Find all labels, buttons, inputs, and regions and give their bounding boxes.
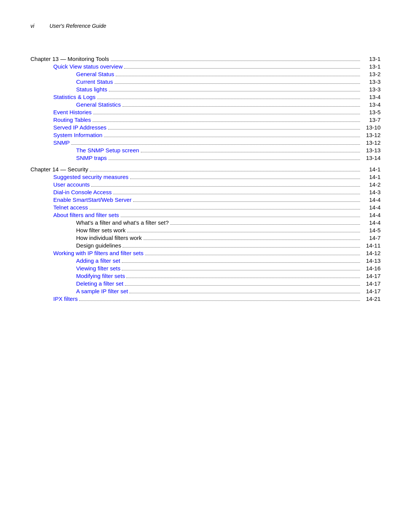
toc-dot-fill [115, 83, 360, 84]
toc-entry: SNMP traps13-14 [30, 155, 381, 161]
toc-entry: A sample IP filter set14-17 [30, 288, 381, 294]
toc-entry-page: 14-4 [362, 212, 381, 218]
toc-entry-label[interactable]: A sample IP filter set [76, 288, 128, 294]
toc-entry-label[interactable]: Viewing filter sets [76, 265, 120, 272]
toc-entry-label[interactable]: General Status [76, 71, 114, 77]
toc-entry: User accounts14-2 [30, 181, 381, 188]
toc-entry-label: Chapter 13 — Monitoring Tools [30, 56, 109, 62]
toc-entry-label[interactable]: Served IP Addresses [53, 124, 107, 131]
toc-entry-page: 14-1 [362, 166, 381, 173]
toc-entry-page: 14-7 [362, 235, 381, 241]
toc-dot-fill [130, 179, 360, 179]
toc-dot-fill [116, 76, 360, 76]
toc-dot-fill [133, 201, 360, 202]
toc-entry-label[interactable]: Event Histories [53, 109, 92, 115]
toc-entry-page: 13-2 [362, 71, 381, 77]
toc-entry-label[interactable]: Dial-in Console Access [53, 189, 112, 195]
toc-entry-label[interactable]: System Information [53, 132, 102, 138]
toc-entry-label[interactable]: About filters and filter sets [53, 212, 119, 218]
toc-dot-fill [129, 293, 360, 293]
toc-entry-label[interactable]: Telnet access [53, 204, 88, 211]
toc-dot-fill [143, 240, 360, 240]
toc-entry-page: 14-12 [362, 250, 381, 256]
toc-entry-label[interactable]: Deleting a filter set [76, 280, 123, 287]
toc-entry-label[interactable]: Working with IP filters and filter sets [53, 250, 143, 256]
toc-entry-page: 13-1 [362, 56, 381, 62]
toc-dot-fill [121, 217, 360, 217]
toc-dot-fill [108, 160, 360, 160]
toc-dot-fill [111, 61, 360, 61]
page-number-vi: vi [30, 23, 42, 29]
toc-entry: Telnet access14-4 [30, 204, 381, 211]
toc-entry-label[interactable]: General Statistics [76, 101, 121, 108]
toc-entry-label[interactable]: SNMP traps [76, 155, 107, 161]
toc-entry-label[interactable]: Modifying filter sets [76, 273, 125, 279]
toc-entry: Status lights13-3 [30, 86, 381, 93]
toc-entry-label[interactable]: Enable SmartStart/Web Server [53, 197, 132, 203]
toc-entry-page: 14-1 [362, 174, 381, 180]
toc-dot-fill [127, 232, 360, 232]
toc-dot-fill [91, 186, 360, 187]
toc-entry-label: How individual filters work [76, 235, 142, 241]
toc-entry-page: 13-7 [362, 117, 381, 123]
toc-entry-page: 13-1 [362, 63, 381, 70]
toc-entry-page: 14-5 [362, 227, 381, 233]
header-title: User's Reference Guide [49, 23, 106, 29]
toc-entry: Chapter 13 — Monitoring Tools13-1 [30, 56, 381, 62]
toc-entry-label[interactable]: Adding a filter set [76, 257, 120, 264]
toc-entry-page: 14-17 [362, 288, 381, 294]
toc-entry-label[interactable]: User accounts [53, 181, 90, 188]
toc-entry: Quick View status overview13-1 [30, 63, 381, 70]
header-line: vi User's Reference Guide [30, 23, 381, 29]
toc-entry-label[interactable]: Current Status [76, 78, 113, 85]
toc-dot-fill [123, 247, 360, 248]
toc-entry-page: 13-3 [362, 86, 381, 93]
toc-entry: Served IP Addresses13-10 [30, 124, 381, 131]
toc-entry: Modifying filter sets14-17 [30, 273, 381, 279]
toc-entry-label[interactable]: Statistics & Logs [53, 94, 96, 100]
toc-entry-label[interactable]: Suggested security measures [53, 174, 129, 180]
toc-entry-page: 14-21 [362, 296, 381, 302]
toc-entry: System Information13-12 [30, 132, 381, 138]
toc-entry: General Status13-2 [30, 71, 381, 77]
toc-entry: Statistics & Logs13-4 [30, 94, 381, 100]
toc-entry-page: 13-4 [362, 101, 381, 108]
toc-dot-fill [170, 224, 360, 225]
toc-dot-fill [97, 99, 360, 99]
toc-entry: SNMP13-12 [30, 139, 381, 146]
toc-entry-page: 14-11 [362, 242, 381, 249]
toc-entry-page: 13-4 [362, 94, 381, 100]
toc-entry-label: How filter sets work [76, 227, 126, 233]
toc-entry: How filter sets work14-5 [30, 227, 381, 233]
toc-dot-fill [109, 91, 360, 91]
toc-entry-label[interactable]: Quick View status overview [53, 63, 123, 70]
toc-entry-page: 14-13 [362, 257, 381, 264]
page-container: vi User's Reference Guide Chapter 13 — M… [0, 0, 411, 532]
toc-entry: Event Histories13-5 [30, 109, 381, 115]
toc-entry-label[interactable]: Routing Tables [53, 117, 91, 123]
toc-entry: Enable SmartStart/Web Server14-4 [30, 197, 381, 203]
toc-dot-fill [93, 114, 360, 114]
toc-entry-page: 14-16 [362, 265, 381, 272]
toc-dot-fill [92, 121, 360, 122]
toc-dot-fill [125, 285, 360, 286]
toc-entry-label: What's a filter and what's a filter set? [76, 219, 169, 226]
toc-entry-label[interactable]: SNMP [53, 139, 70, 146]
toc-entry-label: Chapter 14 — Security [30, 166, 88, 173]
toc-entry-page: 13-14 [362, 155, 381, 161]
toc-entry: Viewing filter sets14-16 [30, 265, 381, 272]
toc-entry: About filters and filter sets14-4 [30, 212, 381, 218]
toc-entry-page: 13-10 [362, 124, 381, 131]
toc-entry-label[interactable]: IPX filters [53, 296, 78, 302]
toc-dot-fill [126, 278, 360, 278]
toc-dot-fill [104, 137, 360, 137]
toc-entry-page: 13-12 [362, 132, 381, 138]
toc-entry: Routing Tables13-7 [30, 117, 381, 123]
toc-entry-page: 13-5 [362, 109, 381, 115]
toc-entry: Design guidelines14-11 [30, 242, 381, 249]
toc-entry-label[interactable]: Status lights [76, 86, 107, 93]
toc-entry-label[interactable]: The SNMP Setup screen [76, 147, 139, 153]
toc-dot-fill [89, 209, 360, 209]
toc-entry: Chapter 14 — Security14-1 [30, 166, 381, 173]
toc-entry-page: 14-2 [362, 181, 381, 188]
